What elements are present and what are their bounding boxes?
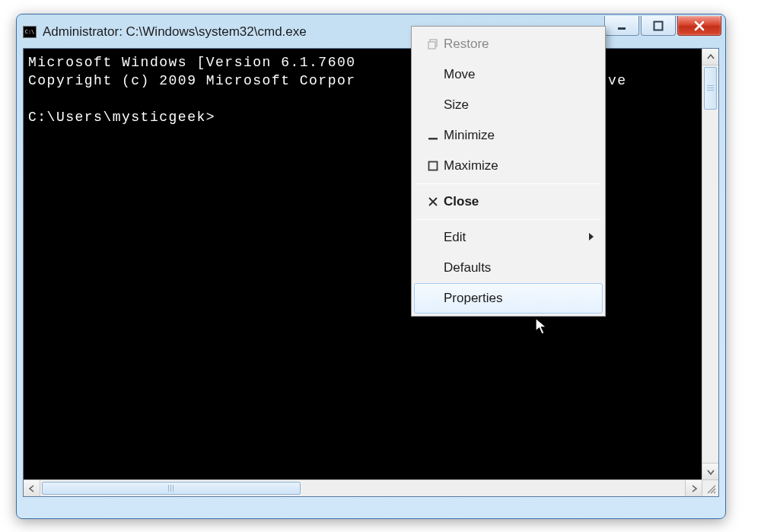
menu-item-move[interactable]: Move bbox=[414, 59, 603, 90]
svg-rect-4 bbox=[428, 138, 438, 140]
console-prompt: C:\Users\mysticgeek> bbox=[28, 110, 215, 125]
horizontal-scrollbar[interactable] bbox=[24, 479, 702, 496]
menu-item-defaults[interactable]: Defaults bbox=[414, 253, 603, 283]
menu-item-maximize[interactable]: Maximize bbox=[414, 151, 603, 181]
svg-rect-3 bbox=[428, 42, 435, 49]
window-title: Administrator: C:\Windows\system32\cmd.e… bbox=[43, 24, 307, 40]
menu-label-properties: Properties bbox=[444, 291, 502, 306]
menu-item-close[interactable]: Close bbox=[414, 186, 603, 217]
minimize-icon bbox=[422, 130, 444, 141]
svg-rect-5 bbox=[429, 162, 438, 170]
maximize-button[interactable] bbox=[641, 16, 676, 36]
svg-rect-1 bbox=[654, 21, 663, 30]
menu-separator bbox=[416, 219, 601, 220]
menu-label-defaults: Defaults bbox=[444, 260, 491, 276]
close-button[interactable] bbox=[677, 16, 721, 36]
menu-item-edit[interactable]: Edit bbox=[414, 222, 603, 253]
maximize-icon bbox=[653, 21, 664, 31]
system-menu: Restore Move Size Minimize Maximize Clos… bbox=[411, 26, 606, 317]
cmd-icon[interactable]: C:\ bbox=[23, 26, 37, 38]
menu-item-properties[interactable]: Properties bbox=[414, 283, 603, 314]
scroll-down-button[interactable] bbox=[702, 463, 718, 479]
menu-label-minimize: Minimize bbox=[444, 128, 495, 143]
menu-label-size: Size bbox=[444, 97, 469, 113]
minimize-button[interactable] bbox=[604, 16, 639, 36]
chevron-right-icon bbox=[690, 485, 698, 492]
window-frame: C:\ Administrator: C:\Windows\system32\c… bbox=[16, 14, 726, 519]
maximize-icon bbox=[422, 161, 444, 171]
console-client-area: Microsoft Windows [Version 6.1.7600 Copy… bbox=[23, 48, 719, 497]
menu-item-restore: Restore bbox=[414, 29, 603, 59]
titlebar[interactable]: C:\ Administrator: C:\Windows\system32\c… bbox=[23, 21, 719, 43]
menu-label-restore: Restore bbox=[444, 37, 489, 52]
chevron-up-icon bbox=[707, 53, 715, 61]
chevron-down-icon bbox=[707, 468, 715, 476]
menu-label-close: Close bbox=[444, 194, 479, 209]
console-line-2-left: Copyright (c) 2009 Microsoft Corpor bbox=[28, 73, 356, 88]
size-grip[interactable] bbox=[702, 479, 718, 496]
menu-label-move: Move bbox=[444, 67, 476, 82]
menu-label-maximize: Maximize bbox=[444, 158, 498, 174]
minimize-icon bbox=[616, 21, 627, 31]
svg-rect-0 bbox=[618, 27, 626, 30]
restore-icon bbox=[422, 39, 444, 49]
menu-separator bbox=[416, 183, 601, 184]
menu-item-size[interactable]: Size bbox=[414, 90, 603, 120]
menu-label-edit: Edit bbox=[444, 230, 466, 245]
horizontal-scroll-thumb[interactable] bbox=[42, 482, 301, 495]
close-icon bbox=[693, 21, 705, 31]
scroll-left-button[interactable] bbox=[24, 480, 40, 496]
scroll-right-button[interactable] bbox=[685, 480, 702, 496]
size-grip-icon bbox=[706, 484, 717, 495]
submenu-arrow-icon bbox=[588, 230, 594, 245]
chevron-left-icon bbox=[28, 485, 36, 492]
vertical-scrollbar[interactable] bbox=[702, 49, 718, 479]
close-icon bbox=[422, 197, 444, 206]
vertical-scroll-thumb[interactable] bbox=[704, 67, 717, 110]
scroll-up-button[interactable] bbox=[702, 49, 718, 65]
console-line-1: Microsoft Windows [Version 6.1.7600 bbox=[28, 55, 356, 70]
menu-item-minimize[interactable]: Minimize bbox=[414, 120, 603, 151]
caption-buttons bbox=[604, 16, 721, 36]
